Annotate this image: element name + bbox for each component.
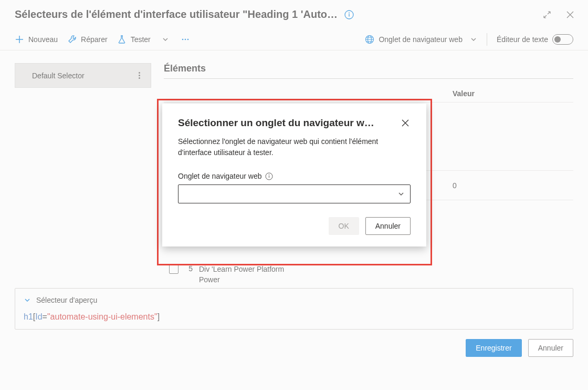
more-icon[interactable] — [180, 34, 191, 45]
elements-heading: Éléments — [164, 63, 573, 74]
toolbar-divider — [487, 33, 487, 46]
selector-sidebar: Default Selector — [15, 63, 151, 282]
wrench-icon — [67, 35, 77, 44]
test-button[interactable]: Tester — [117, 35, 151, 44]
save-button[interactable]: Enregistrer — [466, 339, 521, 357]
select-tab-dialog: Sélectionner un onglet du navigateur w… … — [162, 104, 426, 247]
selector-item[interactable]: Default Selector — [15, 63, 151, 88]
dialog-title: Sélectionner un onglet du navigateur w… — [178, 117, 374, 129]
toggle-switch[interactable] — [552, 34, 573, 45]
more-vertical-icon[interactable] — [136, 70, 142, 81]
info-icon[interactable] — [265, 172, 273, 180]
globe-icon — [365, 35, 374, 44]
preview-panel: Sélecteur d'aperçu h1[Id="automate-using… — [15, 288, 573, 330]
svg-point-9 — [268, 174, 269, 175]
field-label: Onglet de navigateur web — [178, 172, 411, 180]
chevron-down-icon — [397, 190, 405, 198]
dialog-footer-main: Enregistrer Annuler — [0, 330, 588, 366]
ok-button: OK — [329, 217, 359, 235]
selector-preview-code: h1[Id="automate-using-ui-elements"] — [24, 312, 564, 322]
dialog-description: Sélectionnez l'onglet de navigateur web … — [178, 136, 411, 158]
dialog-close-icon[interactable] — [400, 118, 411, 128]
expand-icon[interactable] — [542, 9, 552, 20]
new-button[interactable]: Nouveau — [15, 35, 58, 44]
dialog-cancel-button[interactable]: Annuler — [365, 217, 411, 235]
browser-tab-select[interactable] — [178, 184, 411, 203]
flask-icon — [117, 35, 127, 44]
cancel-button[interactable]: Annuler — [528, 339, 573, 357]
svg-point-3 — [182, 39, 183, 40]
toolbar: Nouveau Réparer Tester Onglet de navigat… — [0, 29, 588, 50]
svg-point-5 — [187, 39, 188, 40]
plus-icon — [15, 35, 24, 44]
repair-button[interactable]: Réparer — [67, 35, 108, 44]
svg-point-1 — [349, 12, 350, 13]
checkbox[interactable] — [169, 264, 178, 274]
browser-tab-selector[interactable]: Onglet de navigateur web — [365, 35, 477, 44]
chevron-down-icon[interactable] — [160, 34, 171, 45]
text-editor-toggle[interactable]: Éditeur de texte — [497, 34, 573, 45]
close-icon[interactable] — [565, 9, 575, 20]
preview-toggle[interactable]: Sélecteur d'aperçu — [24, 296, 564, 304]
svg-point-4 — [184, 39, 186, 40]
window-header: Sélecteurs de l'élément d'interface util… — [0, 0, 588, 29]
info-icon[interactable] — [344, 9, 354, 20]
svg-rect-10 — [269, 176, 269, 178]
window-title: Sélecteurs de l'élément d'interface util… — [15, 8, 338, 20]
svg-rect-2 — [349, 14, 349, 16]
